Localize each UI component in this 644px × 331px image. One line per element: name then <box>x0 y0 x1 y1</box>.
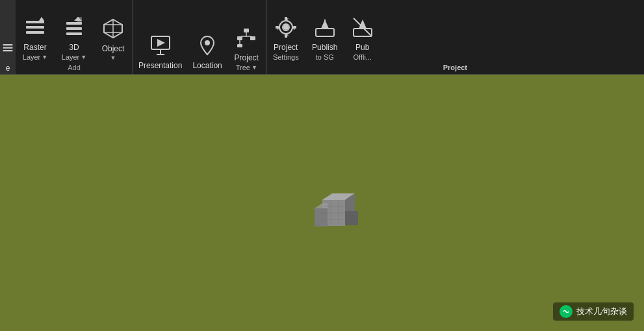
svg-rect-35 <box>316 29 334 36</box>
project-settings-label1: Project <box>274 43 298 53</box>
svg-rect-42 <box>315 208 328 227</box>
svg-rect-2 <box>3 50 13 51</box>
toolbar-item-raster-layer[interactable]: Raster Layer▼ <box>16 0 55 64</box>
toolbar-item-partial[interactable]: e <box>0 0 16 74</box>
svg-rect-3 <box>26 21 44 23</box>
presentation-icon <box>148 32 174 58</box>
svg-rect-31 <box>285 17 287 20</box>
svg-rect-0 <box>3 44 13 45</box>
svg-rect-8 <box>66 27 82 30</box>
toolbar-item-publish-offline[interactable]: Pub Offli... <box>344 0 381 64</box>
svg-rect-44 <box>345 211 358 225</box>
toolbar-item-object[interactable]: Object ▼ <box>94 0 133 64</box>
3d-layer-label1: 3D <box>69 43 79 53</box>
svg-rect-24 <box>237 36 242 40</box>
presentation-label: Presentation <box>138 61 182 71</box>
publish-offline-icon <box>350 14 376 40</box>
svg-rect-27 <box>237 44 242 47</box>
add-section-label: Add <box>16 64 133 74</box>
svg-rect-21 <box>244 29 249 32</box>
toolbar-item-3d-layer[interactable]: 3D Layer▼ <box>55 0 94 64</box>
location-icon <box>194 32 220 58</box>
publish-sg-label2: to SG <box>316 53 334 61</box>
svg-rect-9 <box>66 32 82 35</box>
svg-rect-34 <box>293 26 296 29</box>
raster-layer-icon <box>22 14 48 40</box>
svg-rect-32 <box>285 34 287 38</box>
svg-point-20 <box>205 40 210 45</box>
project-tree-icon <box>233 25 259 51</box>
location-label: Location <box>192 61 222 71</box>
project-tree-label1: Project <box>235 53 259 64</box>
svg-rect-7 <box>66 22 82 25</box>
svg-rect-1 <box>3 47 13 49</box>
viewport[interactable]: 技术几句杂谈 <box>0 75 644 331</box>
publish-offline-label1: Pub <box>355 43 369 53</box>
raster-layer-label2: Layer▼ <box>23 53 47 61</box>
publish-sg-icon <box>312 14 338 40</box>
object-label2: ▼ <box>110 55 116 61</box>
3d-layer-label2: Layer▼ <box>62 53 86 61</box>
svg-rect-33 <box>276 26 279 29</box>
svg-marker-43 <box>315 203 328 208</box>
3d-layer-icon <box>61 14 87 40</box>
add-group: Raster Layer▼ 3D L <box>16 0 133 74</box>
publish-offline-label2: Offli... <box>354 53 372 61</box>
project-tree-label2: Tree▼ <box>236 64 257 71</box>
toolbar-item-project-tree[interactable]: Project Tree▼ <box>227 0 266 74</box>
svg-rect-37 <box>354 29 372 36</box>
svg-marker-19 <box>157 39 165 47</box>
toolbar: e Raster Layer▼ <box>0 0 644 75</box>
svg-rect-11 <box>77 17 82 22</box>
project-section-label: Project <box>266 64 644 74</box>
toolbar-item-project-settings[interactable]: Project Settings <box>266 0 305 64</box>
toolbar-item-publish-sg[interactable]: Publish to SG <box>305 0 344 64</box>
svg-rect-4 <box>26 26 44 29</box>
object-label1: Object <box>102 44 125 55</box>
object-icon <box>100 16 126 42</box>
svg-point-30 <box>283 25 289 30</box>
svg-rect-25 <box>250 36 255 40</box>
watermark-text: 技术几句杂谈 <box>576 306 627 317</box>
project-settings-icon <box>273 14 299 40</box>
project-settings-label2: Settings <box>273 53 299 61</box>
partial-label: e <box>6 64 10 74</box>
watermark-icon <box>560 305 573 318</box>
toolbar-item-presentation[interactable]: Presentation <box>133 0 187 74</box>
raster-layer-label1: Raster <box>23 43 46 53</box>
project-group: Project Settings Publish to SG <box>266 0 644 74</box>
publish-sg-label1: Publish <box>312 43 337 53</box>
watermark: 技术几句杂谈 <box>553 302 634 321</box>
svg-rect-5 <box>26 31 44 34</box>
svg-marker-6 <box>39 17 44 21</box>
scene-object <box>309 184 361 236</box>
toolbar-item-location[interactable]: Location <box>187 0 227 74</box>
